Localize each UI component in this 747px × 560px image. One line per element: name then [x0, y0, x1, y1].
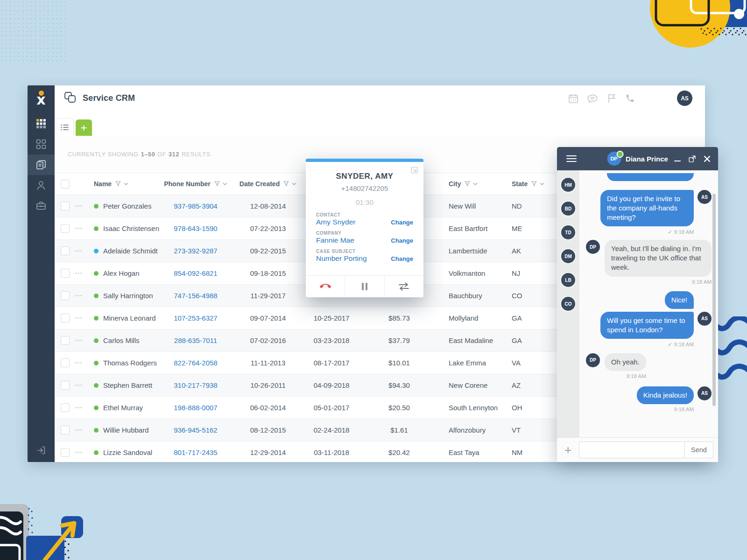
- row-menu-dots[interactable]: •••: [75, 338, 83, 343]
- row-checkbox[interactable]: [61, 403, 70, 412]
- popout-icon[interactable]: [688, 155, 696, 163]
- row-checkbox[interactable]: [61, 314, 70, 322]
- row-menu-dots[interactable]: •••: [75, 271, 83, 276]
- documents-icon[interactable]: [28, 154, 55, 175]
- amount-cell: $94.30: [350, 374, 449, 396]
- date-created-cell: 09-22-2015: [223, 240, 313, 262]
- phone-link[interactable]: 978-643-1590: [174, 224, 217, 232]
- message-input[interactable]: [579, 441, 684, 458]
- contact-name: Peter Gonzales: [103, 202, 151, 210]
- row-menu-dots[interactable]: •••: [75, 427, 83, 433]
- calendar-icon[interactable]: [568, 93, 578, 104]
- row-menu-dots[interactable]: •••: [75, 315, 83, 321]
- row-menu-dots[interactable]: •••: [75, 248, 83, 253]
- chat-scrollbar[interactable]: [712, 194, 716, 406]
- call-popup-accent-bar: [306, 159, 423, 162]
- row-checkbox[interactable]: [61, 291, 70, 300]
- conversation-avatar-HM[interactable]: HM: [561, 178, 575, 192]
- change-case-link[interactable]: Change: [391, 255, 413, 262]
- conversation-avatar-LB[interactable]: LB: [561, 273, 575, 287]
- row-checkbox[interactable]: [61, 426, 70, 434]
- phone-link[interactable]: 107-253-6327: [174, 314, 217, 322]
- column-header-Name[interactable]: Name: [94, 173, 169, 195]
- contact-name: Sally Harrington: [103, 292, 153, 300]
- row-menu-dots[interactable]: •••: [75, 203, 83, 209]
- hangup-button[interactable]: [306, 276, 345, 297]
- column-header-Phone Number[interactable]: Phone Number: [169, 173, 223, 195]
- signout-icon[interactable]: [28, 445, 55, 455]
- decor-waves-right: [717, 316, 747, 393]
- phone-link[interactable]: 801-717-2435: [174, 448, 217, 456]
- row-checkbox[interactable]: [61, 381, 70, 390]
- date-created-cell: 08-12-2015: [223, 419, 313, 441]
- user-avatar[interactable]: AS: [677, 91, 692, 106]
- modules-icon[interactable]: [28, 134, 55, 154]
- date-cell: 02-24-2018: [313, 419, 350, 441]
- phone-link[interactable]: 288-635-7011: [174, 336, 217, 344]
- results-suffix: RESULTS: [182, 151, 211, 158]
- message-meta: 9:18 AM: [692, 279, 712, 285]
- date-created-cell: 06-02-2014: [223, 397, 313, 419]
- topbar-icons: [568, 85, 635, 111]
- phone-link[interactable]: 747-156-4988: [174, 292, 217, 300]
- select-all-checkbox[interactable]: [61, 180, 70, 189]
- phone-link[interactable]: 854-092-6821: [174, 269, 217, 277]
- conversation-avatar-DM[interactable]: DM: [561, 249, 575, 263]
- add-tab-button[interactable]: +: [76, 119, 92, 136]
- conversation-avatar-BD[interactable]: BD: [561, 202, 575, 216]
- change-company-link[interactable]: Change: [391, 237, 413, 244]
- app-topbar: Service CRM: [55, 85, 705, 112]
- cases-icon[interactable]: [28, 196, 55, 216]
- row-menu-dots[interactable]: •••: [75, 226, 83, 231]
- minimize-icon[interactable]: [674, 155, 681, 162]
- row-checkbox[interactable]: [61, 269, 70, 278]
- row-menu-dots[interactable]: •••: [75, 383, 83, 388]
- expand-icon[interactable]: [409, 166, 419, 175]
- status-dot: [94, 294, 99, 298]
- column-header-Date Created[interactable]: Date Created: [223, 173, 313, 195]
- attach-plus-icon[interactable]: +: [564, 444, 571, 456]
- row-checkbox[interactable]: [61, 448, 70, 457]
- date-created-cell: 09-07-2014: [223, 307, 313, 329]
- hold-button[interactable]: [345, 276, 384, 297]
- column-header-City[interactable]: City: [449, 173, 512, 195]
- delivered-check-icon: ✓: [668, 342, 672, 347]
- row-checkbox[interactable]: [61, 246, 70, 255]
- chat-menu-icon[interactable]: [566, 154, 577, 164]
- contacts-icon[interactable]: [28, 175, 55, 196]
- case-subject-link[interactable]: Number Porting: [316, 254, 367, 263]
- row-checkbox[interactable]: [61, 202, 70, 210]
- phone-icon[interactable]: [625, 93, 635, 103]
- decor-corner-top-right: [644, 0, 747, 54]
- send-button[interactable]: Send: [684, 441, 713, 458]
- row-checkbox[interactable]: [61, 224, 70, 233]
- change-contact-link[interactable]: Change: [391, 219, 413, 226]
- row-menu-dots[interactable]: •••: [75, 360, 83, 365]
- phone-link[interactable]: 310-217-7938: [174, 381, 217, 389]
- chat-window: DP Diana Prince HMBDTD: [557, 147, 718, 462]
- tab-list-view[interactable]: [56, 118, 74, 136]
- nextiva-logo[interactable]: x: [28, 85, 55, 111]
- transfer-button[interactable]: [384, 276, 423, 297]
- phone-link[interactable]: 273-392-9287: [174, 247, 217, 255]
- flag-icon[interactable]: [607, 93, 616, 104]
- apps-grid-icon[interactable]: [28, 113, 55, 134]
- phone-link[interactable]: 822-764-2058: [174, 359, 217, 367]
- conversation-avatar-CO[interactable]: CO: [561, 297, 575, 311]
- phone-link[interactable]: 936-945-5162: [174, 426, 217, 434]
- company-link[interactable]: Fannie Mae: [316, 236, 354, 245]
- phone-link[interactable]: 198-888-0007: [174, 404, 217, 412]
- conversation-avatar-TD[interactable]: TD: [561, 225, 575, 239]
- row-checkbox[interactable]: [61, 358, 70, 367]
- row-menu-dots[interactable]: •••: [75, 450, 83, 455]
- row-menu-dots[interactable]: •••: [75, 293, 83, 298]
- contact-name: Stephen Barrett: [103, 381, 152, 389]
- close-icon[interactable]: [704, 155, 711, 162]
- desktop-background: x: [0, 0, 747, 560]
- row-checkbox[interactable]: [61, 336, 70, 345]
- contact-name: Carlos Mills: [103, 336, 140, 344]
- phone-link[interactable]: 937-985-3904: [174, 202, 217, 210]
- row-menu-dots[interactable]: •••: [75, 405, 83, 410]
- contact-link[interactable]: Amy Snyder: [316, 218, 355, 226]
- messages-icon[interactable]: [587, 93, 598, 104]
